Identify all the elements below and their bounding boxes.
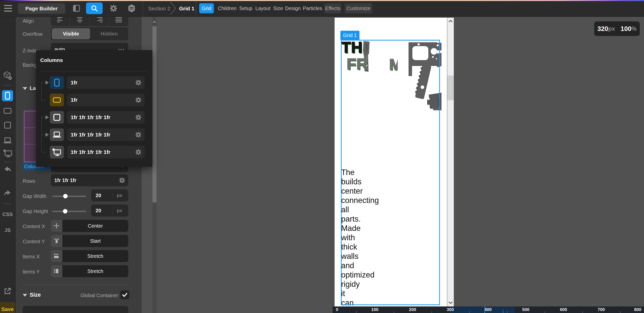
settings-gear-icon[interactable] (110, 5, 117, 12)
items-y-select[interactable]: Stretch (62, 265, 128, 277)
search-button[interactable] (86, 3, 103, 14)
page-builder-button[interactable]: Page Builder (18, 3, 65, 14)
device-width-unit: px (608, 25, 615, 32)
ruler-marker-tick (503, 310, 503, 313)
tablet-icon (53, 114, 60, 121)
js-editor-button[interactable]: JS (0, 227, 15, 233)
overflow-label: Overflow (23, 31, 43, 37)
columns-value-row[interactable]: 1fr 1fr 1fr 1fr 1fr (67, 111, 145, 124)
canvas-scrollbar-thumb[interactable] (447, 76, 454, 100)
save-button[interactable]: Save (0, 302, 15, 313)
settings-gear-icon[interactable] (136, 80, 141, 85)
columns-value: 1fr 1fr 1fr 1fr 1fr (71, 146, 110, 158)
gap-width-slider-thumb[interactable] (63, 194, 68, 198)
effects-button[interactable]: Effects (325, 3, 341, 13)
scroll-up-icon[interactable] (448, 20, 453, 23)
tab-design[interactable]: Design (285, 0, 301, 17)
rows-field[interactable]: 1fr 1fr 1fr (51, 174, 128, 186)
size-section-label: Size (30, 292, 41, 298)
ruler-tick: 100 (367, 306, 382, 313)
columns-value: 1fr (71, 94, 77, 106)
tab-size[interactable]: Size (273, 0, 283, 17)
gap-width-field[interactable]: 20 px (91, 189, 128, 201)
gap-width-slider[interactable] (52, 196, 86, 197)
collapse-triangle-icon (23, 87, 27, 90)
add-block-cube-icon[interactable] (4, 71, 12, 80)
overflow-visible-button[interactable]: Visible (52, 28, 90, 39)
settings-gear-icon[interactable] (136, 149, 141, 155)
breadcrumb-element[interactable]: Grid 1 (179, 6, 194, 12)
gap-height-slider-thumb[interactable] (63, 209, 67, 214)
phone-landscape-icon (53, 97, 61, 103)
ruler-tick: 500 (518, 306, 533, 313)
device-chip-phone[interactable] (50, 76, 64, 89)
global-container-checkbox[interactable] (120, 290, 129, 299)
tab-children[interactable]: Children (218, 0, 236, 17)
panel-scrollbar[interactable] (152, 17, 156, 313)
rows-settings-gear-icon[interactable] (119, 178, 125, 183)
scroll-up-icon[interactable] (153, 21, 156, 23)
hamburger-menu-icon[interactable] (4, 5, 12, 12)
breadcrumb-section[interactable]: Section 2 (148, 6, 170, 12)
redo-icon[interactable] (4, 189, 12, 196)
align-label: Align (23, 18, 34, 24)
device-chip-tablet[interactable] (50, 111, 64, 124)
tab-setup[interactable]: Setup (239, 0, 252, 17)
columns-value-row[interactable]: 1fr 1fr 1fr 1fr 1fr (67, 146, 145, 158)
columns-value-row[interactable]: 1fr (67, 94, 145, 106)
overflow-hidden-button[interactable]: Hidden (91, 28, 127, 39)
overflow-segmented-control: Visible Hidden (51, 27, 128, 40)
content-x-select[interactable]: Center (62, 220, 128, 232)
phone-icon (54, 79, 60, 87)
device-desktop-button[interactable] (3, 149, 12, 157)
customize-button[interactable]: Customize (345, 3, 372, 13)
device-width-value: 320 (597, 25, 608, 33)
collapse-triangle-icon (23, 294, 27, 297)
horizontal-ruler: 0 100 200 300 400 500 600 700 800 (333, 306, 644, 313)
size-section-header[interactable]: Size (23, 292, 41, 298)
tab-particles[interactable]: Particles (303, 0, 322, 17)
layers-stack-icon[interactable] (128, 4, 135, 13)
tab-grid[interactable]: Grid (199, 3, 214, 13)
settings-gear-icon[interactable] (136, 115, 141, 120)
device-tablet-button[interactable] (4, 122, 11, 129)
gap-height-field[interactable]: 20 px (91, 204, 128, 217)
device-phone-landscape-button[interactable] (4, 108, 12, 114)
grid-selection-outline[interactable] (341, 40, 440, 305)
panel-toggle-icon[interactable] (73, 5, 80, 12)
settings-gear-icon[interactable] (136, 132, 141, 137)
phone-icon (5, 92, 10, 100)
device-chip-laptop[interactable] (50, 128, 64, 141)
external-link-icon[interactable] (4, 288, 11, 295)
items-x-icon (54, 254, 60, 259)
settings-gear-icon[interactable] (136, 97, 141, 103)
gap-height-slider[interactable] (52, 211, 86, 212)
ruler-marker-line (485, 306, 485, 313)
items-y-icon (54, 269, 60, 274)
content-x-icon-chip (51, 220, 62, 232)
canvas-scrollbar[interactable] (447, 18, 454, 306)
popup-title: Columns (40, 57, 63, 63)
panel-scrollbar-thumb[interactable] (152, 26, 156, 202)
device-laptop-button[interactable] (3, 137, 12, 144)
global-container-label: Global Container (70, 293, 118, 298)
device-chip-desktop[interactable] (50, 146, 64, 158)
canvas-page[interactable]: Grid 1 TH FR M (335, 18, 447, 306)
items-x-select[interactable]: Stretch (62, 250, 128, 262)
device-phone-button[interactable] (2, 90, 13, 101)
columns-value-row[interactable]: 1fr 1fr 1fr 1fr 1fr (67, 128, 145, 141)
grid-element-badge[interactable]: Grid 1 (340, 31, 359, 40)
scroll-down-icon[interactable] (448, 301, 453, 304)
page-builder-app: Grid 1 TH FR M (0, 0, 644, 313)
size-width-field[interactable] (23, 306, 128, 313)
section-divider (23, 285, 128, 285)
content-y-select[interactable]: Start (62, 235, 128, 247)
undo-icon[interactable] (4, 166, 12, 173)
content-x-icon (54, 223, 60, 228)
columns-value-row[interactable]: 1fr (67, 76, 145, 89)
content-x-label: Content X (23, 224, 45, 229)
ruler-tick: 800 (630, 306, 644, 313)
css-editor-button[interactable]: CSS (0, 212, 15, 217)
tab-layout[interactable]: Layout (255, 0, 270, 17)
device-chip-phone-landscape[interactable] (50, 94, 64, 106)
